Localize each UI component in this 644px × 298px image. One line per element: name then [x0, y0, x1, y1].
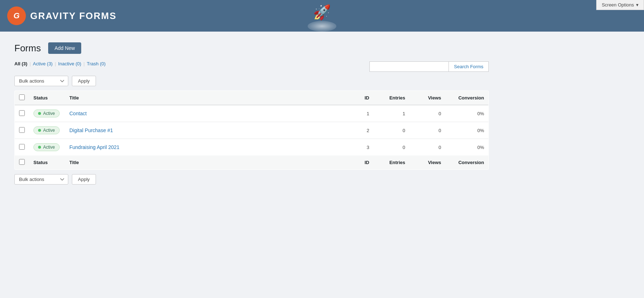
row-conversion-cell: 0%: [446, 122, 489, 139]
th-views: Views: [410, 91, 446, 105]
filter-sep-2: |: [55, 61, 56, 66]
row-title-cell: Contact: [65, 105, 345, 122]
table-body: Active Contact 1 1 0 0% Active Digital P…: [15, 105, 489, 156]
screen-options-arrow: ▾: [636, 2, 639, 8]
row-status-cell: Active: [29, 139, 65, 156]
tf-id: ID: [345, 155, 374, 170]
status-dot: [38, 129, 41, 132]
tf-status: Status: [29, 155, 65, 170]
page-title: Forms: [14, 43, 41, 54]
rocket-smoke: [308, 21, 336, 32]
row-checkbox-cell: [15, 139, 29, 156]
table-row: Active Fundraising April 2021 3 0 0 0%: [15, 139, 489, 156]
th-checkbox: [15, 91, 29, 105]
rocket-decoration: 🚀: [304, 4, 340, 32]
row-entries-cell: 0: [374, 139, 410, 156]
filter-active-link[interactable]: Active (3): [33, 61, 53, 66]
status-badge: Active: [33, 143, 60, 151]
search-input[interactable]: [369, 61, 448, 72]
table-footer: Status Title ID Entries Views Conversion: [15, 155, 489, 170]
form-title-link[interactable]: Digital Purchase #1: [69, 127, 113, 133]
page-title-row: Forms Add New: [14, 42, 489, 54]
row-id-cell: 3: [345, 139, 374, 156]
row-views-cell: 0: [410, 139, 446, 156]
filter-all-link[interactable]: All (3): [14, 61, 27, 66]
bulk-select-wrapper-top: Bulk actionsDuplicateEnableDisableMove t…: [14, 76, 68, 86]
table-row: Active Digital Purchase #1 2 0 0 0%: [15, 122, 489, 139]
tf-checkbox: [15, 155, 29, 170]
main-content: Forms Add New All (3) | Active (3) | Ina…: [0, 32, 503, 200]
row-id-cell: 1: [345, 105, 374, 122]
row-title-cell: Digital Purchase #1: [65, 122, 345, 139]
site-header: G GRAVITY FORMS 🚀: [0, 0, 644, 32]
screen-options-label: Screen Options: [602, 2, 634, 8]
row-checkbox-cell: [15, 122, 29, 139]
tf-entries: Entries: [374, 155, 410, 170]
row-entries-cell: 0: [374, 122, 410, 139]
row-views-cell: 0: [410, 105, 446, 122]
status-dot: [38, 146, 41, 149]
search-area: Search Forms: [369, 61, 489, 72]
tf-conversion: Conversion: [446, 155, 489, 170]
th-conversion: Conversion: [446, 91, 489, 105]
table-header: Status Title ID Entries Views Conversion: [15, 91, 489, 105]
row-status-cell: Active: [29, 122, 65, 139]
row-id-cell: 2: [345, 122, 374, 139]
add-new-button[interactable]: Add New: [48, 42, 82, 54]
form-title-link[interactable]: Contact: [69, 111, 87, 116]
bulk-action-bar-bottom: Bulk actionsDuplicateEnableDisableMove t…: [14, 174, 489, 185]
row-entries-cell: 1: [374, 105, 410, 122]
logo-text: GRAVITY FORMS: [30, 10, 116, 22]
search-forms-button[interactable]: Search Forms: [448, 61, 489, 72]
row-conversion-cell: 0%: [446, 139, 489, 156]
filter-sep-1: |: [29, 61, 31, 66]
row-views-cell: 0: [410, 122, 446, 139]
logo-area: G GRAVITY FORMS: [7, 6, 116, 25]
th-entries: Entries: [374, 91, 410, 105]
row-title-cell: Fundraising April 2021: [65, 139, 345, 156]
select-all-checkbox-bottom[interactable]: [19, 159, 25, 165]
table-nav: All (3) | Active (3) | Inactive (0) | Tr…: [14, 61, 489, 72]
status-label: Active: [43, 128, 55, 133]
th-id: ID: [345, 91, 374, 105]
row-checkbox-cell: [15, 105, 29, 122]
filter-links: All (3) | Active (3) | Inactive (0) | Tr…: [14, 61, 106, 66]
bulk-actions-select-top[interactable]: Bulk actionsDuplicateEnableDisableMove t…: [14, 76, 68, 86]
row-checkbox-1[interactable]: [19, 127, 25, 133]
th-status: Status: [29, 91, 65, 105]
screen-options-button[interactable]: Screen Options ▾: [596, 0, 644, 10]
tf-title: Title: [65, 155, 345, 170]
bulk-actions-select-bottom[interactable]: Bulk actionsDuplicateEnableDisableMove t…: [14, 174, 68, 185]
filter-inactive-link[interactable]: Inactive (0): [58, 61, 81, 66]
select-all-checkbox[interactable]: [19, 94, 25, 100]
apply-button-bottom[interactable]: Apply: [72, 174, 96, 185]
rocket-icon: 🚀: [304, 4, 340, 21]
row-conversion-cell: 0%: [446, 105, 489, 122]
form-title-link[interactable]: Fundraising April 2021: [69, 144, 119, 150]
status-dot: [38, 112, 41, 115]
status-label: Active: [43, 145, 55, 150]
th-title: Title: [65, 91, 345, 105]
status-badge: Active: [33, 110, 60, 117]
filter-trash-link[interactable]: Trash (0): [87, 61, 106, 66]
tf-views: Views: [410, 155, 446, 170]
row-checkbox-2[interactable]: [19, 144, 25, 150]
filter-sep-3: |: [83, 61, 84, 66]
forms-table: Status Title ID Entries Views Conversion: [14, 90, 489, 170]
bulk-select-wrapper-bottom: Bulk actionsDuplicateEnableDisableMove t…: [14, 174, 68, 185]
row-checkbox-0[interactable]: [19, 110, 25, 116]
bulk-action-bar-top: Bulk actionsDuplicateEnableDisableMove t…: [14, 76, 489, 86]
row-status-cell: Active: [29, 105, 65, 122]
status-badge: Active: [33, 126, 60, 134]
logo-icon: G: [7, 6, 26, 25]
status-label: Active: [43, 111, 55, 116]
table-row: Active Contact 1 1 0 0%: [15, 105, 489, 122]
apply-button-top[interactable]: Apply: [72, 76, 96, 86]
